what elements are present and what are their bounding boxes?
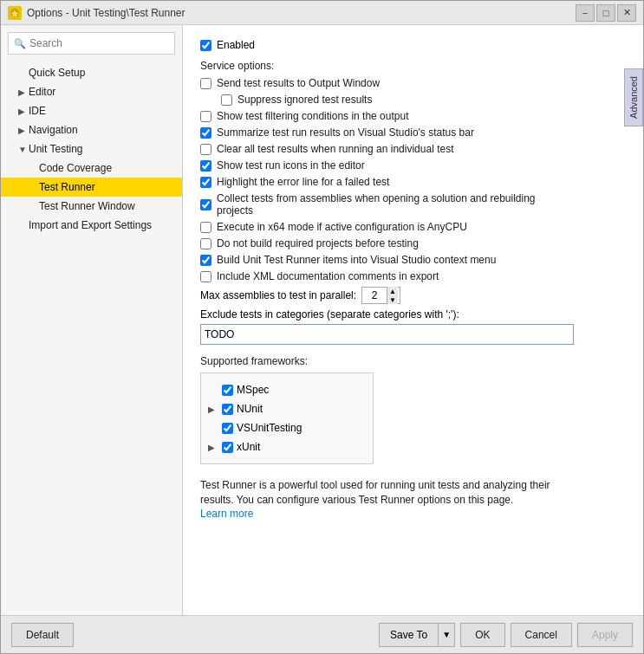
highlight-error-label: Highlight the error line for a failed te…: [217, 176, 389, 188]
summarize-results-checkbox[interactable]: [200, 127, 211, 139]
clear-results-checkbox[interactable]: [200, 144, 211, 155]
sidebar-item-code-coverage[interactable]: Code Coverage: [1, 159, 182, 178]
option-row-clear-results: Clear all test results when running an i…: [200, 143, 626, 155]
learn-more-link[interactable]: Learn more: [200, 508, 253, 520]
bottom-left: Default: [11, 623, 74, 647]
enabled-row: Enabled: [200, 39, 626, 51]
xunit-checkbox[interactable]: [222, 442, 233, 453]
arrow-icon: [18, 221, 29, 230]
enabled-checkbox[interactable]: [200, 40, 211, 51]
suppress-ignored-label: Suppress ignored test results: [237, 94, 372, 106]
arrow-icon: ▶: [208, 405, 218, 414]
framework-item-xunit: ▶ xUnit: [208, 437, 366, 457]
sidebar-item-editor[interactable]: ▶ Editor: [1, 82, 182, 101]
minimize-button[interactable]: −: [576, 4, 595, 22]
collect-tests-label: Collect tests from assemblies when openi…: [217, 192, 574, 217]
option-row-collect-tests: Collect tests from assemblies when openi…: [200, 192, 626, 217]
arrow-icon: ▶: [18, 87, 29, 97]
maximize-button[interactable]: □: [596, 4, 615, 22]
bottom-bar: Default Save To ▼ OK Cancel Apply: [1, 615, 643, 653]
parallel-input[interactable]: [362, 289, 387, 301]
sidebar-item-quick-setup[interactable]: Quick Setup: [1, 63, 182, 82]
arrow-icon: [208, 385, 218, 395]
save-to-button[interactable]: Save To: [379, 623, 438, 647]
option-row-do-not-build: Do not build required projects before te…: [200, 237, 626, 249]
service-options-label: Service options:: [200, 60, 626, 72]
build-context-menu-checkbox[interactable]: [200, 255, 211, 266]
do-not-build-checkbox[interactable]: [200, 238, 211, 249]
main-panel: Advanced Enabled Service options: Send t…: [183, 25, 643, 615]
suppress-ignored-checkbox[interactable]: [221, 94, 232, 106]
do-not-build-label: Do not build required projects before te…: [217, 237, 419, 249]
sidebar-item-navigation[interactable]: ▶ Navigation: [1, 120, 182, 139]
sidebar: 🔍 Quick Setup ▶ Editor ▶ IDE: [1, 25, 183, 615]
window-title: Options - Unit Testing\Test Runner: [27, 7, 185, 19]
highlight-error-checkbox[interactable]: [200, 177, 211, 188]
sidebar-item-unit-testing[interactable]: ▼ Unit Testing: [1, 139, 182, 159]
option-row-build-context-menu: Build Unit Test Runner items into Visual…: [200, 254, 626, 266]
arrow-icon: ▶: [18, 107, 29, 116]
default-button[interactable]: Default: [11, 623, 74, 647]
send-test-results-label: Send test results to Output Window: [217, 77, 380, 89]
arrow-icon: [208, 424, 218, 433]
framework-item-mspec: MSpec: [208, 380, 366, 399]
spin-up-button[interactable]: ▲: [387, 287, 398, 295]
collect-tests-checkbox[interactable]: [200, 199, 211, 210]
execute-x64-checkbox[interactable]: [200, 222, 211, 233]
arrow-icon: [29, 164, 39, 173]
sidebar-item-import-export[interactable]: Import and Export Settings: [1, 216, 182, 235]
content-area: 🔍 Quick Setup ▶ Editor ▶ IDE: [1, 25, 643, 615]
spin-down-button[interactable]: ▼: [387, 295, 398, 304]
option-row-include-xml: Include XML documentation comments in ex…: [200, 270, 626, 282]
nunit-checkbox[interactable]: [222, 404, 233, 415]
exclude-label: Exclude tests in categories (separate ca…: [200, 308, 626, 321]
parallel-row: Max assemblies to test in parallel: ▲ ▼: [200, 287, 626, 304]
sidebar-item-test-runner[interactable]: Test Runner: [1, 178, 182, 197]
frameworks-label: Supported frameworks:: [200, 355, 626, 367]
description-area: Test Runner is a powerful tool used for …: [200, 478, 626, 520]
main-window: Options - Unit Testing\Test Runner − □ ✕…: [0, 0, 644, 654]
include-xml-checkbox[interactable]: [200, 271, 211, 282]
show-filtering-checkbox[interactable]: [200, 111, 211, 122]
show-filtering-label: Show test filtering conditions in the ou…: [217, 110, 408, 122]
search-icon: 🔍: [14, 38, 26, 49]
show-icons-checkbox[interactable]: [200, 160, 211, 172]
framework-item-nunit: ▶ NUnit: [208, 399, 366, 418]
vsunittesting-label: VSUnitTesting: [237, 422, 302, 434]
vsunittesting-checkbox[interactable]: [222, 423, 233, 434]
search-input[interactable]: [29, 37, 169, 49]
arrow-icon: [29, 183, 39, 192]
nav-tree: Quick Setup ▶ Editor ▶ IDE ▶ Navigation: [1, 62, 182, 615]
send-test-results-checkbox[interactable]: [200, 78, 211, 89]
frameworks-box: MSpec ▶ NUnit VSUnitTesting ▶: [200, 372, 374, 464]
spin-buttons: ▲ ▼: [387, 287, 398, 304]
app-icon: [8, 6, 22, 20]
save-to-arrow-button[interactable]: ▼: [438, 623, 455, 647]
close-button[interactable]: ✕: [617, 4, 636, 22]
nunit-label: NUnit: [237, 403, 263, 415]
include-xml-label: Include XML documentation comments in ex…: [217, 270, 439, 282]
exclude-input[interactable]: [200, 324, 574, 345]
search-box[interactable]: 🔍: [8, 32, 175, 55]
option-row-send-test-results: Send test results to Output Window: [200, 77, 626, 89]
mspec-checkbox[interactable]: [222, 385, 233, 396]
description-text: Test Runner is a powerful tool used for …: [200, 478, 574, 508]
option-row-highlight-error: Highlight the error line for a failed te…: [200, 176, 626, 188]
option-row-show-filtering: Show test filtering conditions in the ou…: [200, 110, 626, 122]
sidebar-item-test-runner-window[interactable]: Test Runner Window: [1, 197, 182, 216]
bottom-right: Save To ▼ OK Cancel Apply: [379, 623, 633, 647]
title-bar: Options - Unit Testing\Test Runner − □ ✕: [1, 1, 643, 25]
cancel-button[interactable]: Cancel: [511, 623, 572, 647]
arrow-icon: [18, 68, 29, 78]
sidebar-item-ide[interactable]: ▶ IDE: [1, 101, 182, 120]
execute-x64-label: Execute in x64 mode if active configurat…: [217, 221, 467, 233]
mspec-label: MSpec: [237, 384, 269, 396]
ok-button[interactable]: OK: [460, 623, 504, 647]
build-context-menu-label: Build Unit Test Runner items into Visual…: [217, 254, 496, 266]
apply-button[interactable]: Apply: [577, 623, 633, 647]
arrow-icon: ▶: [18, 126, 29, 135]
clear-results-label: Clear all test results when running an i…: [217, 143, 453, 155]
arrow-icon: ▼: [18, 145, 29, 154]
advanced-tab[interactable]: Advanced: [624, 68, 643, 126]
parallel-label: Max assemblies to test in parallel:: [200, 289, 356, 301]
